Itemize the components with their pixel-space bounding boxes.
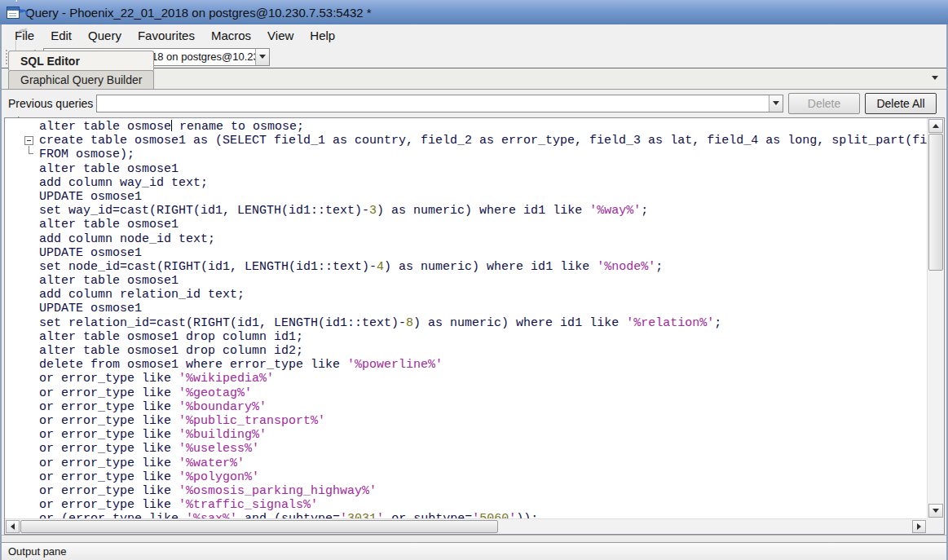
previous-queries-label: Previous queries (8, 97, 93, 110)
code-line: UPDATE osmose1 (5, 302, 927, 315)
code-line: create table osmose1 as (SELECT field_1 … (5, 134, 927, 148)
code-line: or error_type like '%traffic_signals%' (5, 498, 927, 512)
menu-edit[interactable]: Edit (42, 26, 80, 45)
menu-view[interactable]: View (259, 26, 302, 45)
chevron-down-icon (259, 55, 266, 59)
code-line: add column relation_id text; (5, 288, 927, 302)
code-line: alter table osmose1 (5, 162, 927, 176)
fold-tail-icon (29, 146, 33, 154)
arrow-right-icon (917, 523, 921, 530)
horizontal-scrollbar-thumb[interactable] (20, 520, 498, 533)
panel-menu-chevron-down-icon[interactable] (932, 76, 938, 80)
vertical-scrollbar[interactable] (927, 118, 944, 518)
chevron-down-icon (773, 101, 779, 105)
code-line: set way_id=cast(RIGHT(id1, LENGTH(id1::t… (5, 204, 927, 218)
vertical-scrollbar-thumb[interactable] (928, 134, 943, 271)
delete-button[interactable]: Delete (788, 93, 860, 114)
scroll-up-button[interactable] (928, 119, 943, 133)
code-line: alter table osmose1 drop column id2; (5, 344, 927, 358)
code-line: or error_type like '%water%' (5, 456, 927, 470)
redo-button[interactable] (13, 21, 32, 41)
previous-queries-dropdown-button[interactable] (769, 95, 783, 112)
arrow-up-icon (933, 124, 939, 128)
code-line: add column node_id text; (5, 232, 927, 246)
delete-all-button[interactable]: Delete All (865, 93, 937, 114)
tab-bar: SQL EditorGraphical Query Builder (2, 68, 946, 90)
scroll-right-button[interactable] (912, 520, 926, 533)
horizontal-scrollbar[interactable] (5, 518, 927, 534)
scrollbar-corner (927, 518, 944, 534)
code-line: or error_type like '%boundary%' (5, 400, 927, 414)
code-line: UPDATE osmose1 (5, 246, 927, 260)
menu-favourites[interactable]: Favourites (130, 26, 203, 45)
code-line: or error_type like '%geotag%' (5, 386, 927, 400)
code-line: FROM osmose); (5, 148, 927, 161)
code-line: UPDATE osmose1 (5, 190, 927, 204)
title-bar[interactable]: Query - Phoenix_22_01_2018 on postgres@1… (0, 0, 948, 24)
status-text: Output pane (8, 545, 67, 558)
menu-macros[interactable]: Macros (203, 26, 259, 45)
fold-collapse-icon[interactable] (24, 136, 33, 145)
query-window-icon (7, 7, 20, 19)
scroll-down-button[interactable] (928, 504, 943, 518)
code-line: add column way_id text; (5, 176, 927, 190)
code-line: or error_type like '%osmosis_parking_hig… (5, 484, 927, 498)
code-line: alter table osmose1 (5, 218, 927, 231)
scroll-left-button[interactable] (6, 520, 20, 533)
tab-sql-editor[interactable]: SQL Editor (8, 51, 154, 71)
code-line: or error_type like '%building%' (5, 428, 927, 442)
code-line: or error_type like '%polygon%' (5, 470, 927, 484)
code-line: alter table osmose1 (5, 274, 927, 288)
status-bar: Output pane (2, 542, 946, 560)
code-line: alter table osmose1 drop column id1; (5, 330, 927, 344)
window-title: Query - Phoenix_22_01_2018 on postgres@1… (25, 6, 372, 20)
connection-combo-dropdown-button[interactable] (255, 49, 269, 65)
window-gap (2, 535, 946, 542)
sql-editor: alter table osmose rename to osmose;crea… (4, 117, 945, 535)
sql-editor-text-area[interactable]: alter table osmose rename to osmose;crea… (5, 118, 927, 518)
query-window: Query - Phoenix_22_01_2018 on postgres@1… (0, 0, 948, 560)
arrow-down-icon (933, 509, 939, 513)
code-line: set node_id=cast(RIGHT(id1, LENGTH(id1::… (5, 260, 927, 274)
arrow-left-icon (11, 523, 15, 530)
code-line: alter table osmose rename to osmose; (5, 120, 927, 134)
menu-bar: FileEditQueryFavouritesMacrosViewHelp (2, 24, 946, 46)
code-line: or (error_type like '%sax%' and (subtype… (5, 512, 927, 518)
code-line: set relation_id=cast(RIGHT(id1, LENGTH(i… (5, 316, 927, 330)
menu-query[interactable]: Query (80, 26, 130, 45)
menu-help[interactable]: Help (302, 26, 343, 45)
code-line: delete from osmose1 where error_type lik… (5, 358, 927, 372)
previous-queries-bar: Previous queries Delete Delete All (2, 90, 946, 117)
code-line: or error_type like '%wikipedia%' (5, 372, 927, 386)
previous-queries-combo[interactable] (96, 95, 783, 112)
tab-graphical-query-builder[interactable]: Graphical Query Builder (8, 70, 154, 89)
window-frame: FileEditQueryFavouritesMacrosViewHelp PG… (0, 24, 948, 560)
redo-icon (16, 24, 29, 37)
code-line: or error_type like '%public_transport%' (5, 414, 927, 428)
code-line: or error_type like '%useless%' (5, 442, 927, 456)
